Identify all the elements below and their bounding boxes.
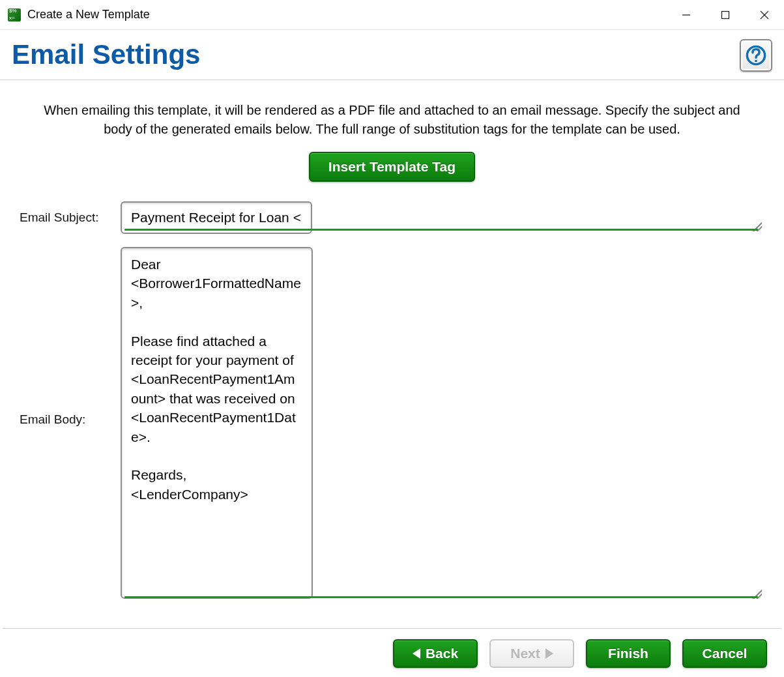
help-icon [745,44,767,66]
back-button-label: Back [426,646,458,661]
window-title: Create a New Template [27,8,150,22]
app-icon [8,8,21,22]
titlebar: Create a New Template [0,0,784,30]
intro-text: When emailing this template, it will be … [34,101,751,139]
triangle-right-icon [545,648,553,659]
insert-template-tag-button[interactable]: Insert Template Tag [309,152,475,182]
footer: Back Next Finish Cancel [3,628,781,668]
maximize-button[interactable] [706,0,745,29]
finish-button[interactable]: Finish [586,639,671,668]
body-row: Email Body: [20,247,764,601]
back-button[interactable]: Back [393,639,478,668]
page-title: Email Settings [12,39,740,70]
resize-grip-icon [753,590,762,599]
next-button-label: Next [510,646,540,661]
svg-rect-1 [722,11,729,18]
minimize-button[interactable] [667,0,706,29]
svg-point-5 [755,60,757,63]
resize-grip-icon [753,222,762,231]
insert-tag-row: Insert Template Tag [20,152,764,182]
next-button: Next [489,639,574,668]
email-body-textarea[interactable] [121,247,313,599]
body-label: Email Body: [20,247,121,427]
email-subject-input[interactable] [121,201,312,234]
triangle-left-icon [413,648,420,659]
subject-input-wrap [121,201,764,234]
header: Email Settings [0,30,784,80]
subject-row: Email Subject: [20,201,764,234]
content: When emailing this template, it will be … [0,80,784,634]
help-button[interactable] [740,39,772,72]
window-controls [667,0,784,29]
subject-label: Email Subject: [20,210,121,225]
close-button[interactable] [745,0,784,29]
body-input-wrap [121,247,764,601]
cancel-button[interactable]: Cancel [682,639,767,668]
